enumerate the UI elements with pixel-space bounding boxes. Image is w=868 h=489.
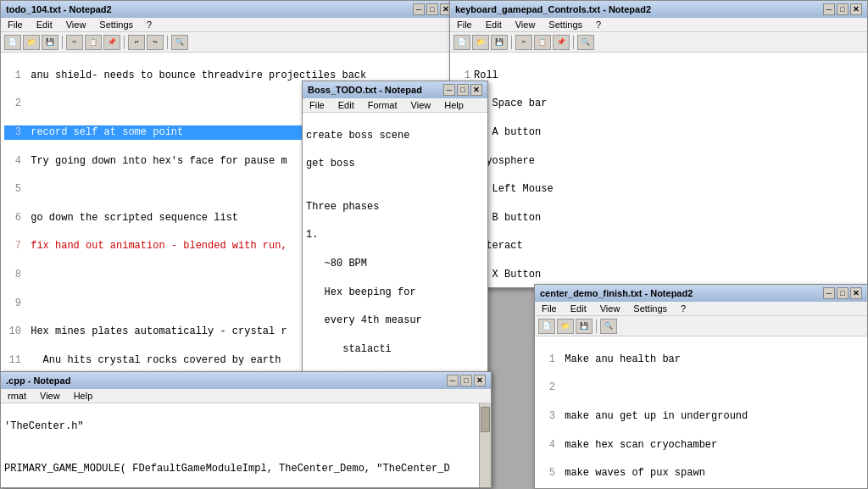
todo-tb-open[interactable]: 📁 — [23, 35, 40, 50]
boss-menu-file[interactable]: File — [306, 99, 328, 111]
center-menu-edit[interactable]: Edit — [567, 303, 590, 314]
cpp-scrollbar[interactable] — [479, 403, 491, 487]
keyboard-tb-cut[interactable]: ✂ — [515, 35, 532, 50]
keyboard-menu-edit[interactable]: Edit — [482, 19, 505, 31]
keyboard-maximize-btn[interactable]: □ — [837, 3, 849, 15]
boss-title: Boss_TODO.txt - Notepad — [308, 85, 422, 95]
todo-menu-bar: File Edit View Settings ? — [1, 18, 457, 32]
cpp-content[interactable]: 'TheCenter.h" PRIMARY_GAME_MODULE( FDefa… — [1, 403, 491, 487]
center-toolbar: 📄 📁 💾 🔍 — [535, 316, 867, 336]
center-tb-new[interactable]: 📄 — [538, 319, 555, 334]
boss-window[interactable]: Boss_TODO.txt - Notepad ─ □ ✕ File Edit … — [302, 81, 488, 386]
keyboard-minimize-btn[interactable]: ─ — [823, 3, 835, 15]
todo-window-controls[interactable]: ─ □ ✕ — [413, 3, 452, 15]
center-tb-sep1 — [596, 320, 597, 333]
keyboard-tb-paste[interactable]: 📌 — [553, 35, 570, 50]
todo-title-bar: todo_104.txt - Notepad2 ─ □ ✕ — [1, 1, 457, 18]
todo-tb-redo[interactable]: ↪ — [147, 35, 164, 50]
keyboard-close-btn[interactable]: ✕ — [850, 3, 862, 15]
keyboard-tb-save[interactable]: 💾 — [491, 35, 508, 50]
cpp-minimize-btn[interactable]: ─ — [447, 375, 459, 386]
keyboard-content[interactable]: 1Roll 2 Space bar 3 A button 4Cryosphere… — [450, 53, 867, 287]
center-close-btn[interactable]: ✕ — [850, 287, 862, 299]
cpp-title: .cpp - Notepad — [6, 375, 70, 386]
todo-tb-sep1 — [62, 36, 63, 49]
todo-tb-copy[interactable]: 📋 — [85, 35, 102, 50]
todo-menu-file[interactable]: File — [4, 19, 26, 31]
keyboard-window-controls[interactable]: ─ □ ✕ — [823, 3, 862, 15]
center-menu-file[interactable]: File — [538, 303, 560, 314]
center-content[interactable]: 1 Make anu health bar 2 3 make anu get u… — [535, 336, 867, 488]
cpp-menu-view[interactable]: View — [36, 390, 64, 402]
todo-tb-sep3 — [167, 36, 168, 49]
keyboard-text: 1Roll 2 Space bar 3 A button 4Cryosphere… — [450, 53, 867, 287]
boss-maximize-btn[interactable]: □ — [457, 84, 469, 96]
todo-minimize-btn[interactable]: ─ — [413, 3, 425, 15]
center-menu-help[interactable]: ? — [677, 303, 689, 314]
cpp-window-controls[interactable]: ─ □ ✕ — [447, 375, 486, 386]
cpp-scrollbar-thumb[interactable] — [481, 407, 490, 432]
boss-content[interactable]: create boss scene get boss Three phases … — [303, 113, 487, 385]
todo-tb-save[interactable]: 💾 — [42, 35, 58, 50]
cpp-menu-help[interactable]: Help — [70, 390, 97, 402]
cpp-text: 'TheCenter.h" PRIMARY_GAME_MODULE( FDefa… — [1, 403, 491, 487]
keyboard-window[interactable]: keyboard_gamepad_Controls.txt - Notepad2… — [449, 0, 868, 288]
todo-menu-help[interactable]: ? — [143, 19, 155, 31]
keyboard-menu-help[interactable]: ? — [593, 19, 604, 31]
keyboard-menu-bar: File Edit View Settings ? — [450, 18, 867, 32]
center-title: center_demo_finish.txt - Notepad2 — [540, 288, 693, 298]
center-menu-bar: File Edit View Settings ? — [535, 302, 867, 316]
center-minimize-btn[interactable]: ─ — [823, 287, 835, 299]
boss-menu-bar: File Edit Format View Help — [303, 98, 487, 113]
cpp-title-bar: .cpp - Notepad ─ □ ✕ — [1, 372, 491, 389]
keyboard-tb-find[interactable]: 🔍 — [577, 35, 594, 50]
keyboard-tb-copy[interactable]: 📋 — [534, 35, 551, 50]
keyboard-menu-view[interactable]: View — [512, 19, 539, 31]
boss-menu-view[interactable]: View — [408, 99, 435, 111]
keyboard-tb-new[interactable]: 📄 — [453, 35, 470, 50]
boss-title-bar: Boss_TODO.txt - Notepad ─ □ ✕ — [303, 81, 487, 98]
cpp-menu-rmat[interactable]: rmat — [4, 390, 30, 402]
boss-menu-edit[interactable]: Edit — [335, 99, 358, 111]
keyboard-title-bar: keyboard_gamepad_Controls.txt - Notepad2… — [450, 1, 867, 18]
center-tb-find[interactable]: 🔍 — [600, 319, 617, 334]
center-tb-open[interactable]: 📁 — [557, 319, 574, 334]
todo-tb-new[interactable]: 📄 — [4, 35, 21, 50]
keyboard-tb-sep2 — [573, 36, 574, 49]
todo-tb-paste[interactable]: 📌 — [103, 35, 120, 50]
boss-minimize-btn[interactable]: ─ — [443, 84, 455, 96]
keyboard-tb-open[interactable]: 📁 — [472, 35, 489, 50]
center-text: 1 Make anu health bar 2 3 make anu get u… — [535, 336, 867, 488]
todo-maximize-btn[interactable]: □ — [426, 3, 438, 15]
keyboard-menu-file[interactable]: File — [453, 19, 476, 31]
cpp-close-btn[interactable]: ✕ — [474, 375, 486, 386]
cpp-menu-bar: rmat View Help — [1, 389, 491, 403]
boss-menu-help[interactable]: Help — [441, 99, 467, 111]
todo-tb-undo[interactable]: ↩ — [128, 35, 145, 50]
todo-menu-settings[interactable]: Settings — [96, 19, 136, 31]
cpp-maximize-btn[interactable]: □ — [460, 375, 472, 386]
boss-menu-format[interactable]: Format — [364, 99, 401, 111]
center-title-bar: center_demo_finish.txt - Notepad2 ─ □ ✕ — [535, 285, 867, 302]
todo-tb-find[interactable]: 🔍 — [171, 35, 188, 50]
center-window-controls[interactable]: ─ □ ✕ — [823, 287, 862, 299]
center-tb-save[interactable]: 💾 — [576, 319, 593, 334]
keyboard-menu-settings[interactable]: Settings — [545, 19, 586, 31]
center-window[interactable]: center_demo_finish.txt - Notepad2 ─ □ ✕ … — [534, 284, 868, 489]
center-menu-settings[interactable]: Settings — [630, 303, 670, 314]
cpp-window[interactable]: .cpp - Notepad ─ □ ✕ rmat View Help 'The… — [0, 371, 492, 488]
keyboard-toolbar: 📄 📁 💾 ✂ 📋 📌 🔍 — [450, 32, 867, 53]
todo-tb-cut[interactable]: ✂ — [66, 35, 83, 50]
boss-window-controls[interactable]: ─ □ ✕ — [443, 84, 482, 96]
todo-tb-sep2 — [124, 36, 125, 49]
center-menu-view[interactable]: View — [597, 303, 624, 314]
boss-text: create boss scene get boss Three phases … — [303, 113, 487, 385]
boss-close-btn[interactable]: ✕ — [470, 84, 482, 96]
todo-title: todo_104.txt - Notepad2 — [6, 4, 112, 14]
todo-toolbar: 📄 📁 💾 ✂ 📋 📌 ↩ ↪ 🔍 — [1, 32, 457, 53]
keyboard-tb-sep1 — [511, 36, 512, 49]
keyboard-title: keyboard_gamepad_Controls.txt - Notepad2 — [455, 4, 651, 14]
todo-menu-view[interactable]: View — [63, 19, 90, 31]
todo-menu-edit[interactable]: Edit — [33, 19, 56, 31]
center-maximize-btn[interactable]: □ — [837, 287, 849, 299]
